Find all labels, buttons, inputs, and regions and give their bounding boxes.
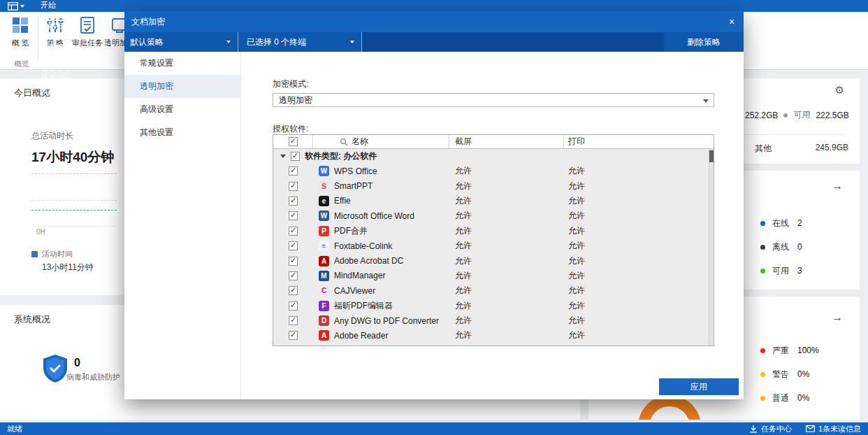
legend-swatch [31, 251, 38, 257]
dialog-sidebar-item[interactable]: 高级设置 [124, 98, 240, 121]
toolbar-spacer [362, 32, 664, 52]
gridline [31, 173, 117, 174]
app-icon: M [319, 271, 329, 281]
app-name: Effie [334, 196, 351, 206]
print-permission: 允许 [564, 180, 714, 192]
checkbox-cell [273, 227, 313, 236]
row-checkbox[interactable] [289, 197, 298, 206]
table-row[interactable]: A Adobe Reader 允许 允许 [273, 328, 714, 343]
row-checkbox[interactable] [289, 331, 298, 340]
name-cell: S SmartPPT [313, 181, 449, 192]
terminal-selection-dropdown[interactable]: 已选择 0 个终端 [238, 32, 361, 52]
policy-dropdown[interactable]: 默认策略 [124, 32, 238, 52]
table-row[interactable]: ≡ Foxtable-Colink 允许 允许 [273, 238, 714, 253]
task-center[interactable]: 任务中心 [749, 424, 792, 434]
row-checkbox[interactable] [289, 301, 298, 311]
right-arrow-icon[interactable]: → [832, 312, 843, 323]
app-menu-icon[interactable] [0, 0, 32, 12]
encryption-mode-select[interactable]: 透明加密 [273, 93, 714, 107]
name-cell: A Adobe Acrobat DC [313, 256, 449, 266]
row-checkbox[interactable] [289, 271, 298, 280]
ribbon-tab[interactable]: 运维中心 [32, 63, 85, 73]
row-checkbox[interactable] [289, 241, 298, 250]
table-row[interactable]: e Effie 允许 允许 [273, 194, 714, 208]
table-row[interactable]: A Adobe Acrobat DC 允许 允许 [273, 253, 714, 268]
dialog-sidebar-item[interactable]: 常规设置 [124, 52, 240, 75]
app-icon-letter: A [321, 257, 326, 265]
stat-label: 离线 [772, 241, 789, 253]
legend-label: 活动时间 [42, 249, 73, 259]
dialog-sidebar-item[interactable]: 透明加密 [124, 75, 240, 98]
table-row[interactable]: D Any DWG to PDF Converter 允许 允许 [273, 313, 714, 328]
print-header: 打印 [564, 135, 714, 148]
app-icon-letter: C [321, 287, 326, 294]
apply-button[interactable]: 应用 [659, 378, 739, 395]
table-row[interactable]: M MindManager 允许 允许 [273, 269, 714, 283]
table-row[interactable]: W Microsoft Office Word 允许 允许 [273, 208, 714, 223]
unread-messages-label: 1条未读信息 [818, 424, 861, 434]
row-checkbox[interactable] [289, 316, 298, 325]
search-icon[interactable] [340, 138, 348, 146]
authorized-software-label: 授权软件: [273, 123, 308, 135]
download-tray-icon [749, 425, 758, 433]
close-icon[interactable]: × [720, 11, 744, 32]
stat-row: 普通 0% [760, 386, 853, 410]
app-icon-letter: M [321, 272, 326, 280]
row-checkbox[interactable] [289, 286, 298, 295]
name-cell: ≡ Foxtable-Colink [313, 241, 449, 251]
ribbon-tab[interactable]: 报表中心 [32, 73, 85, 84]
dialog-sidebar-item[interactable]: 其他设置 [124, 121, 240, 144]
checkbox-cell [273, 301, 313, 311]
screenshot-permission: 允许 [449, 270, 564, 282]
row-checkbox[interactable] [289, 166, 298, 176]
row-checkbox[interactable] [289, 257, 298, 266]
ribbon-tab[interactable]: 文档加密 [32, 10, 85, 21]
table-row[interactable]: F 福昕PDF编辑器 允许 允许 [273, 299, 714, 313]
ribbon-tab[interactable]: 开始 [32, 0, 85, 10]
delete-policy-button[interactable]: 删除策略 [664, 32, 744, 52]
row-checkbox[interactable] [289, 227, 298, 236]
name-cell: e Effie [313, 196, 449, 206]
print-permission: 允许 [564, 195, 714, 207]
ribbon-tab[interactable]: 更多功能 [32, 84, 85, 94]
print-permission: 允许 [564, 329, 714, 341]
ribbon-tab[interactable]: 数据安全 [32, 31, 85, 42]
name-cell: A Adobe Reader [313, 330, 449, 341]
stat-label: 在线 [772, 218, 789, 229]
gear-icon[interactable]: ⚙ [835, 84, 844, 97]
encryption-mode-value: 透明加密 [279, 95, 312, 105]
app-name: PDF合并 [334, 225, 368, 237]
ribbon-tab[interactable]: 设备管理 [32, 42, 85, 52]
application-window: 开始文档加密上网行为数据安全设备管理系统&网络运维中心报表中心更多功能 概 览 … [0, 0, 868, 435]
app-icon [319, 345, 329, 346]
row-checkbox[interactable] [289, 211, 298, 220]
screenshot-permission: 允许 [449, 210, 564, 222]
activity-legend: 活动时间 [31, 249, 73, 259]
unread-messages[interactable]: 1条未读信息 [806, 424, 861, 434]
app-name: WPS Office [334, 166, 377, 176]
app-icon: D [319, 315, 329, 326]
ribbon-tab[interactable]: 系统&网络 [32, 52, 85, 63]
table-row[interactable]: W WPS Office 允许 允许 [273, 164, 714, 178]
name-cell: C CAJViewer [313, 285, 449, 296]
collapse-arrow-icon[interactable] [280, 155, 286, 158]
row-checkbox[interactable] [289, 182, 298, 191]
select-all-checkbox[interactable] [289, 137, 298, 146]
name-cell: W WPS Office [313, 166, 449, 176]
software-group-row[interactable]: 软件类型: 办公软件 [273, 149, 714, 164]
status-dot-icon [760, 372, 765, 377]
total-activity-value: 17小时40分钟 [31, 148, 114, 166]
right-arrow-icon[interactable]: → [832, 180, 843, 192]
table-row[interactable]: C CAJViewer 允许 允许 [273, 283, 714, 298]
app-icon-letter: e [322, 197, 326, 205]
status-dot-icon [760, 245, 765, 250]
table-row[interactable]: S SmartPPT 允许 允许 [273, 178, 714, 193]
table-scrollbar[interactable] [709, 149, 714, 345]
print-permission: 允许 [564, 225, 714, 237]
app-name: 福昕PDF编辑器 [334, 300, 393, 312]
ribbon-tab[interactable]: 上网行为 [32, 21, 85, 31]
app-name: Microsoft Office Word [334, 211, 414, 221]
table-row[interactable]: P PDF合并 允许 允许 [273, 224, 714, 238]
scrollbar-thumb[interactable] [709, 150, 714, 162]
group-checkbox[interactable] [291, 152, 300, 161]
